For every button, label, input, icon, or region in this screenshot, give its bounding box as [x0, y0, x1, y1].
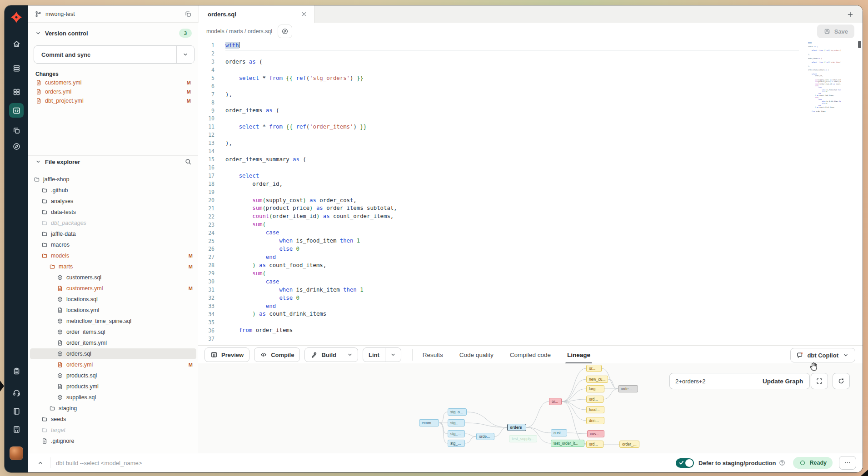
code-line-1[interactable]: with: [225, 42, 799, 50]
tree-item-data-tests[interactable]: data-tests: [30, 207, 196, 218]
code-line-26[interactable]: else 0: [225, 245, 799, 253]
tree-item-order-items-sql[interactable]: order_items.sql: [30, 327, 196, 337]
changed-file-orders.yml[interactable]: orders.ymlM: [32, 87, 195, 96]
tree-item-products-sql[interactable]: products.sql: [30, 370, 196, 381]
code-line-22[interactable]: count(order_item_id) as count_order_item…: [225, 213, 799, 221]
code-line-30[interactable]: case: [225, 278, 799, 286]
code-editor[interactable]: 1234567891011121314151617181920212223242…: [198, 40, 863, 345]
tree-item--github[interactable]: .github: [30, 185, 196, 196]
open-in-explorer-button[interactable]: [278, 25, 292, 38]
lineage-node-cus-[interactable]: cus...: [587, 430, 604, 437]
lineage-node-orde-[interactable]: orde...: [618, 385, 638, 392]
rail-grid-icon[interactable]: [9, 84, 24, 99]
expand-command-bar-button[interactable]: [35, 457, 46, 469]
tree-item-target[interactable]: target: [30, 425, 196, 436]
lineage-node-or-[interactable]: or...: [586, 365, 602, 372]
tree-item-seeds[interactable]: seeds: [30, 414, 196, 425]
code-line-37[interactable]: [225, 335, 799, 343]
code-line-2[interactable]: [225, 50, 799, 58]
code-line-13[interactable]: ),: [225, 139, 799, 148]
rail-clipboard-icon[interactable]: [9, 364, 24, 378]
refresh-graph-button[interactable]: [833, 373, 850, 389]
tree-item-macros[interactable]: macros: [30, 239, 196, 250]
file-explorer-header[interactable]: File explorer: [35, 157, 192, 167]
code-line-5[interactable]: select * from {{ ref('stg_orders') }}: [225, 74, 799, 83]
minimap[interactable]: with orders as ( select * from {{ ref('s…: [808, 42, 841, 114]
tree-item-models[interactable]: modelsM: [30, 250, 196, 261]
code-line-28[interactable]: ) as count_food_items,: [225, 262, 799, 270]
code-line-31[interactable]: when is_drink_item then 1: [225, 286, 799, 294]
lineage-selector-input[interactable]: [669, 373, 756, 389]
tree-item-supplies-sql[interactable]: supplies.sql: [30, 392, 196, 403]
tree-item-staging[interactable]: staging: [30, 403, 196, 414]
code-line-14[interactable]: [225, 148, 799, 156]
tree-item-products-yml[interactable]: products.yml: [30, 381, 196, 392]
rail-stack-icon[interactable]: [9, 61, 24, 75]
lint-options-chevron[interactable]: [385, 348, 401, 362]
tree-item-locations-sql[interactable]: locations.sql: [30, 294, 196, 305]
branch-row[interactable]: mwong-test: [28, 5, 198, 23]
editor-scrollbar-thumb[interactable]: [858, 41, 861, 48]
code-line-19[interactable]: [225, 188, 799, 197]
code-line-21[interactable]: sum(product_price) as order_items_subtot…: [225, 204, 799, 213]
tree-item-customers-yml[interactable]: customers.ymlM: [30, 283, 196, 294]
version-control-header[interactable]: Version control 3: [28, 27, 198, 39]
changed-file-customers.yml[interactable]: customers.ymlM: [32, 78, 195, 87]
code-line-25[interactable]: when is_food_item then 1: [225, 237, 799, 245]
tree-item-orders-sql[interactable]: orders.sql: [30, 348, 196, 359]
lineage-node-ecom-[interactable]: ecom....: [419, 419, 439, 426]
code-line-36[interactable]: from order_items: [225, 327, 799, 335]
build-options-chevron[interactable]: [342, 348, 358, 362]
tree-item-jaffle-data[interactable]: jaffle-data: [30, 228, 196, 239]
tree-item-metricflow-time-spine-sql[interactable]: metricflow_time_spine.sql: [30, 316, 196, 327]
panel-tab-lineage[interactable]: Lineage: [567, 346, 590, 364]
code-line-17[interactable]: select: [225, 172, 799, 180]
changed-file-dbt_project.yml[interactable]: dbt_project.ymlM: [32, 96, 195, 105]
lineage-node-test-order-it-[interactable]: test_order_it...: [551, 440, 584, 447]
code-line-33[interactable]: end: [225, 302, 799, 311]
code-line-27[interactable]: end: [225, 253, 799, 262]
code-line-12[interactable]: [225, 131, 799, 139]
lineage-node-orde-[interactable]: orde...: [476, 433, 494, 440]
tree-item-jaffle-shop[interactable]: jaffle-shop: [30, 174, 196, 185]
code-line-16[interactable]: [225, 164, 799, 172]
lineage-node-stg-[interactable]: stg_...: [448, 440, 465, 447]
lineage-node-ord-[interactable]: ord...: [586, 396, 604, 403]
copy-branch-icon[interactable]: [185, 10, 192, 18]
lineage-node-drin-[interactable]: drin...: [586, 417, 604, 424]
lineage-node-new-cu-[interactable]: new_cu...: [586, 376, 608, 383]
commit-and-sync-button[interactable]: Commit and sync: [34, 45, 195, 64]
code-line-18[interactable]: order_id,: [225, 180, 799, 188]
code-line-20[interactable]: sum(supply_cost) as order_cost,: [225, 197, 799, 205]
more-options-button[interactable]: [839, 456, 856, 470]
rail-code-window-icon[interactable]: [9, 103, 24, 118]
code-line-10[interactable]: [225, 115, 799, 123]
defer-toggle[interactable]: [676, 458, 694, 468]
panel-tab-compiled-code[interactable]: Compiled code: [510, 346, 551, 364]
tree-item--gitignore[interactable]: .gitignore: [30, 436, 196, 446]
rail-journal-icon[interactable]: [9, 404, 24, 418]
panel-tab-code-quality[interactable]: Code quality: [459, 346, 494, 364]
lineage-node-ord-[interactable]: ord...: [586, 441, 604, 448]
preview-button[interactable]: Preview: [205, 347, 249, 362]
rail-copy-icon[interactable]: [9, 123, 24, 138]
lineage-node-stg-o-[interactable]: stg_o...: [448, 408, 467, 416]
rail-headset-icon[interactable]: [9, 385, 24, 400]
lineage-node-larg-[interactable]: larg...: [586, 385, 604, 392]
lineage-node-food-[interactable]: food...: [586, 406, 604, 413]
rail-home-icon[interactable]: [9, 36, 24, 51]
user-avatar[interactable]: [10, 446, 23, 460]
lint-button[interactable]: Lint: [363, 348, 385, 362]
ide-status-badge[interactable]: Ready: [793, 457, 833, 469]
code-line-24[interactable]: case: [225, 229, 799, 237]
code-line-7[interactable]: ),: [225, 91, 799, 99]
search-icon[interactable]: [185, 158, 192, 165]
save-button[interactable]: Save: [817, 25, 854, 38]
tree-item-orders-yml[interactable]: orders.ymlM: [30, 359, 196, 370]
code-line-4[interactable]: [225, 66, 799, 74]
lineage-node-or-[interactable]: or...: [549, 398, 562, 405]
tree-item-analyses[interactable]: analyses: [30, 196, 196, 207]
tree-item-locations-yml[interactable]: locations.yml: [30, 305, 196, 316]
panel-tab-results[interactable]: Results: [423, 346, 443, 364]
compile-button[interactable]: Compile: [254, 347, 300, 362]
